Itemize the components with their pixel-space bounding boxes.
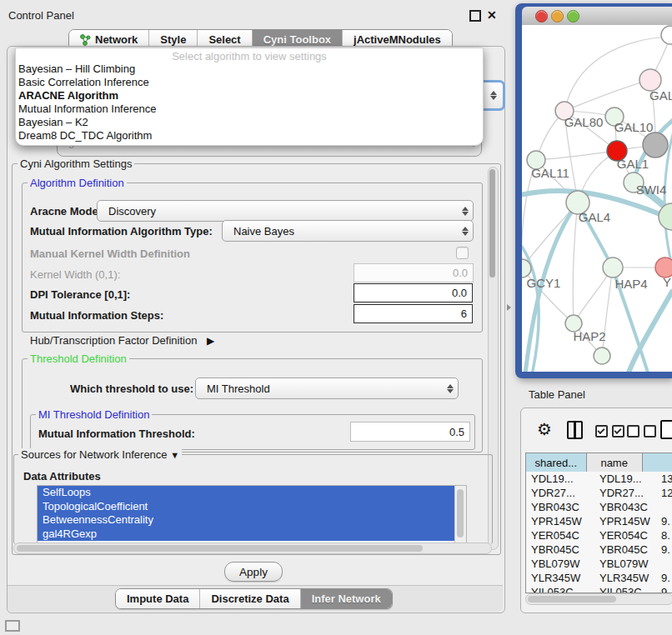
- tab-discretize-data[interactable]: Discretize Data: [200, 589, 300, 608]
- dpi-tolerance-label: DPI Tolerance [0,1]:: [30, 288, 130, 301]
- apply-button[interactable]: Apply: [224, 562, 283, 582]
- sources-group-header[interactable]: Sources for Network Inference ▼: [18, 448, 182, 461]
- stepper-arrows-icon: [443, 384, 458, 393]
- dock-panel-icon[interactable]: [5, 620, 20, 632]
- node-label-partial: Y: [663, 275, 671, 289]
- which-threshold-value: MI Threshold: [196, 382, 443, 395]
- cell: YBL079W: [599, 557, 649, 571]
- node-label: GAL1: [617, 157, 649, 171]
- node-label: GAL4: [579, 210, 610, 224]
- document-icon[interactable]: [660, 420, 672, 439]
- table-row[interactable]: YLR345W YLR345W 9.: [526, 571, 672, 585]
- node[interactable]: [661, 26, 672, 44]
- network-canvas[interactable]: GAL80 GAL10 GAL1 GAL11 GAL4 SWI4 GCY1 HA…: [522, 25, 672, 372]
- settings-horizontal-scrollbar[interactable]: [13, 542, 492, 554]
- tab-infer-network[interactable]: Infer Network: [301, 589, 392, 608]
- table-row[interactable]: YBL079W YBL079W: [526, 557, 672, 571]
- splitter-handle-icon[interactable]: [507, 304, 511, 311]
- cell: YLR345W: [599, 571, 649, 585]
- node-label-partial: GAL: [649, 88, 672, 102]
- algorithm-option-selected[interactable]: ARACNE Algorithm: [16, 89, 483, 102]
- mi-threshold-label: Mutual Information Threshold:: [38, 428, 195, 440]
- application-window: Control Panel ✕ Network Style Select: [0, 0, 672, 635]
- table-row[interactable]: YDR27... YDR27... 12: [526, 486, 672, 500]
- float-icon[interactable]: [469, 10, 481, 22]
- cell: YIL053C: [599, 585, 642, 593]
- scrollbar-thumb[interactable]: [489, 169, 495, 278]
- scrollbar-thumb[interactable]: [17, 545, 423, 552]
- table-row[interactable]: YDL19... YDL19... 13: [526, 472, 672, 486]
- chevron-down-icon: ▼: [170, 450, 179, 460]
- algorithm-dropdown-placeholder: Select algorithm to view settings: [16, 50, 483, 62]
- algorithm-option[interactable]: Dream8 DC_TDC Algorithm: [16, 129, 483, 142]
- cell: YDR27...: [531, 486, 575, 500]
- mi-threshold-group-title: MI Threshold Definition: [36, 408, 152, 421]
- column-header-name[interactable]: name: [587, 453, 643, 472]
- manual-kernel-checkbox[interactable]: [456, 247, 469, 259]
- cell: YLR345W: [531, 571, 580, 585]
- node-label: HAP2: [573, 329, 605, 343]
- tab-select-label: Select: [208, 33, 240, 46]
- bottom-tabbar: Impute Data Discretize Data Infer Networ…: [115, 588, 393, 609]
- table-horizontal-scrollbar[interactable]: [525, 593, 672, 605]
- algorithm-option[interactable]: Mutual Information Inference: [16, 102, 483, 116]
- scrollbar-thumb[interactable]: [457, 489, 464, 538]
- aracne-mode-value: Discovery: [98, 205, 458, 218]
- table-row[interactable]: YER054C YER054C 8.: [526, 528, 672, 542]
- data-attributes-list: SelfLoops TopologicalCoefficient Between…: [37, 485, 467, 545]
- cell: YBR043C: [599, 500, 648, 514]
- tab-style-label: Style: [160, 33, 186, 46]
- algorithm-option[interactable]: Bayesian – Hill Climbing: [16, 62, 483, 76]
- mi-steps-label: Mutual Information Steps:: [30, 309, 163, 322]
- list-item[interactable]: BetweennessCentrality: [38, 513, 455, 528]
- aracne-mode-select[interactable]: Discovery: [97, 200, 474, 222]
- node-label: GAL11: [531, 166, 569, 180]
- close-icon[interactable]: ✕: [487, 9, 497, 21]
- list-item[interactable]: TopologicalCoefficient: [38, 500, 455, 514]
- hub-factor-expander[interactable]: Hub/Transcription Factor Definition ▶: [30, 334, 214, 347]
- table-row[interactable]: YBR043C YBR043C: [526, 500, 672, 514]
- list-vertical-scrollbar[interactable]: [454, 486, 466, 544]
- deselect-all-columns-button[interactable]: [627, 425, 656, 438]
- mi-algorithm-type-label: Mutual Information Algorithm Type:: [30, 225, 213, 238]
- node[interactable]: [594, 348, 610, 364]
- mi-threshold-value: 0.5: [449, 426, 469, 438]
- list-item[interactable]: gal4RGexp: [38, 528, 455, 542]
- cell: YPR145W: [599, 514, 650, 528]
- table-row[interactable]: YIL053C YIL053C 9: [526, 585, 672, 593]
- unchecked-box-icon: [644, 425, 656, 438]
- close-traffic-light-icon[interactable]: [535, 10, 548, 22]
- zoom-traffic-light-icon[interactable]: [567, 10, 579, 22]
- network-window: GAL80 GAL10 GAL1 GAL11 GAL4 SWI4 GCY1 HA…: [515, 3, 672, 378]
- network-window-titlebar[interactable]: [522, 7, 672, 26]
- scrollbar-thumb[interactable]: [528, 596, 616, 602]
- node-hap4[interactable]: [603, 258, 623, 278]
- mi-steps-field[interactable]: 6: [354, 304, 473, 323]
- table-row[interactable]: YPR145W YPR145W 9.: [526, 514, 672, 528]
- table-row[interactable]: YBR045C YBR045C 9.: [526, 542, 672, 557]
- gear-icon[interactable]: ⚙: [537, 419, 552, 439]
- mi-algorithm-type-select[interactable]: Naive Bayes: [222, 220, 474, 242]
- cell: YDL19...: [531, 472, 574, 486]
- select-all-columns-button[interactable]: [595, 425, 624, 438]
- list-item[interactable]: SelfLoops: [38, 486, 455, 500]
- algorithm-option[interactable]: Bayesian – K2: [16, 116, 483, 129]
- algorithm-option[interactable]: Basic Correlation Inference: [16, 76, 483, 89]
- cell: 13: [661, 472, 672, 486]
- which-threshold-select[interactable]: MI Threshold: [195, 378, 459, 399]
- kernel-width-field[interactable]: 0.0: [354, 263, 474, 282]
- dpi-tolerance-field[interactable]: 0.0: [354, 283, 473, 302]
- node[interactable]: [643, 132, 668, 158]
- column-header-partial[interactable]: [643, 453, 672, 472]
- column-header-shared-name[interactable]: shared...: [526, 453, 587, 472]
- table-header: shared... name: [526, 453, 672, 472]
- mi-threshold-field[interactable]: 0.5: [350, 422, 470, 442]
- node-label: SWI4: [636, 182, 667, 197]
- cell: YBL079W: [531, 557, 580, 571]
- tab-impute-data[interactable]: Impute Data: [116, 589, 200, 608]
- minimize-traffic-light-icon[interactable]: [551, 10, 564, 22]
- columns-icon[interactable]: [567, 421, 583, 439]
- sources-group-title: Sources for Network Inference: [21, 448, 168, 461]
- stepper-arrows-icon: [458, 227, 473, 236]
- node-label: GCY1: [527, 276, 561, 290]
